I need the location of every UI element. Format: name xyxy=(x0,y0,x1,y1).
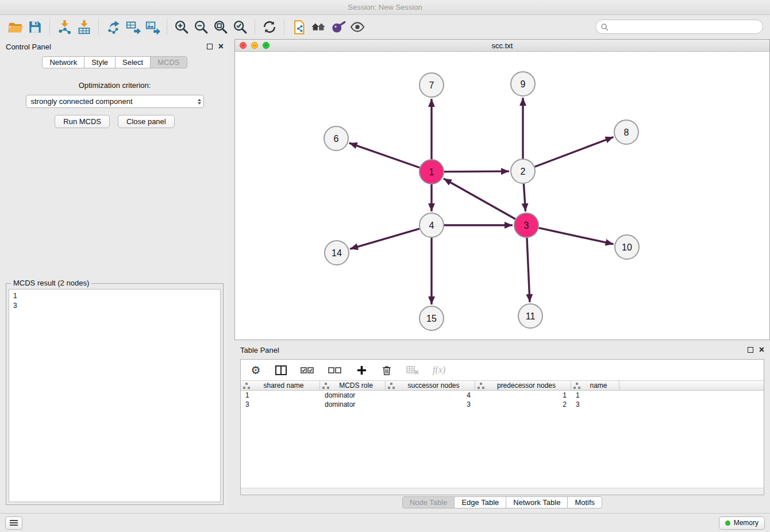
float-panel-icon[interactable] xyxy=(207,44,213,49)
gear-icon: ⚙ xyxy=(251,365,260,376)
table-body: 1dominator4113dominator323 xyxy=(241,391,764,409)
search-icon xyxy=(600,23,609,31)
cell-predecessor_nodes[interactable]: 1 xyxy=(475,391,571,400)
refresh-view-button[interactable] xyxy=(260,18,279,36)
cell-mcds_role[interactable]: dominator xyxy=(320,391,386,400)
unselect-all-button[interactable] xyxy=(328,363,342,377)
column-header-mcds_role[interactable]: MCDS role xyxy=(320,381,386,390)
column-header-predecessor_nodes[interactable]: predecessor nodes xyxy=(475,381,571,390)
close-panel-icon[interactable]: × xyxy=(218,44,224,49)
table-tab-edge-table[interactable]: Edge Table xyxy=(454,496,506,508)
column-type-icon xyxy=(243,383,250,389)
maximize-window-button[interactable]: + xyxy=(263,42,270,49)
optimization-criterion-label: Optimization criterion: xyxy=(0,81,229,90)
memory-label: Memory xyxy=(734,519,759,527)
table-settings-button[interactable]: ⚙ xyxy=(250,363,261,377)
table-row[interactable]: 1dominator411 xyxy=(241,391,764,400)
graph-edge-3-1[interactable] xyxy=(444,179,515,219)
export-network-button[interactable] xyxy=(103,18,123,36)
cell-name[interactable]: 1 xyxy=(571,391,619,400)
run-mcds-button[interactable]: Run MCDS xyxy=(55,115,110,128)
snapshot-button[interactable] xyxy=(289,18,309,36)
main-toolbar xyxy=(0,15,770,39)
table-panel-header: Table Panel × xyxy=(234,343,770,357)
graph-node-label: 3 xyxy=(524,221,529,230)
table-tab-node-table[interactable]: Node Table xyxy=(402,496,455,508)
graph-edge-2-8[interactable] xyxy=(535,137,614,167)
cell-mcds_role[interactable]: dominator xyxy=(320,400,386,409)
graph-edge-3-10[interactable] xyxy=(538,228,613,244)
search-box[interactable] xyxy=(595,20,763,34)
mcds-result-groupbox: MCDS result (2 nodes) 13 xyxy=(6,283,224,505)
delete-row-button[interactable] xyxy=(381,363,392,377)
criterion-dropdown[interactable]: strongly connected component xyxy=(26,95,204,108)
zoom-fit-button[interactable] xyxy=(211,18,230,36)
vertical-splitter[interactable] xyxy=(229,39,234,510)
save-session-button[interactable] xyxy=(25,18,45,36)
close-table-panel-icon[interactable]: × xyxy=(759,347,764,353)
tab-mcds[interactable]: MCDS xyxy=(150,56,187,68)
column-header-successor_nodes[interactable]: successor nodes xyxy=(386,381,475,390)
toolbar-separator xyxy=(167,19,167,35)
graph-edge-1-6[interactable] xyxy=(349,143,420,168)
table-tab-network-table[interactable]: Network Table xyxy=(506,496,568,508)
control-panel: Control Panel × NetworkStyleSelectMCDS O… xyxy=(0,39,229,510)
table-horizontal-scrollbar[interactable] xyxy=(241,488,764,495)
column-header-label: predecessor nodes xyxy=(484,381,568,390)
add-row-button[interactable] xyxy=(356,363,367,377)
column-header-name[interactable]: name xyxy=(571,381,619,390)
export-table-button[interactable] xyxy=(123,18,143,36)
zoom-in-button[interactable] xyxy=(172,18,191,36)
trash-icon xyxy=(381,364,392,376)
graph-edge-2-3[interactable] xyxy=(523,184,525,211)
minimize-window-button[interactable]: – xyxy=(251,42,258,49)
graph-edge-3-11[interactable] xyxy=(527,238,530,302)
table-row[interactable]: 3dominator323 xyxy=(241,400,764,409)
toolbar-separator xyxy=(255,19,255,35)
table-tab-motifs[interactable]: Motifs xyxy=(567,496,602,508)
open-session-button[interactable] xyxy=(6,18,25,36)
zoom-out-button[interactable] xyxy=(191,18,211,36)
column-header-shared_name[interactable]: shared name xyxy=(241,381,320,390)
column-header-label: MCDS role xyxy=(329,381,383,390)
tab-style[interactable]: Style xyxy=(84,56,116,68)
mcds-result-list[interactable]: 13 xyxy=(9,289,221,502)
delete-table-button[interactable] xyxy=(406,363,419,377)
network-canvas[interactable]: 1234678910111415 xyxy=(235,52,769,340)
import-table-button[interactable] xyxy=(74,18,94,36)
cell-shared_name[interactable]: 3 xyxy=(241,400,320,409)
zoom-out-icon xyxy=(193,19,209,35)
float-table-panel-icon[interactable] xyxy=(748,347,753,353)
graph-edge-1-2[interactable] xyxy=(444,171,509,172)
close-panel-button[interactable]: Close panel xyxy=(118,115,175,128)
eye-icon xyxy=(349,19,365,35)
select-all-button[interactable] xyxy=(301,363,314,377)
panel-menu-button[interactable] xyxy=(5,516,22,530)
zoom-selected-button[interactable] xyxy=(230,18,250,36)
function-builder-button[interactable]: f(x) xyxy=(433,363,445,377)
cell-successor_nodes[interactable]: 4 xyxy=(386,391,475,400)
export-image-button[interactable] xyxy=(143,18,162,36)
graph-edge-4-14[interactable] xyxy=(350,229,419,249)
toolbar-separator xyxy=(284,19,284,35)
home-button[interactable] xyxy=(309,18,328,36)
tab-select[interactable]: Select xyxy=(115,56,151,68)
cell-shared_name[interactable]: 1 xyxy=(241,391,320,400)
window-title: Session: New Session xyxy=(348,3,422,11)
show-hide-button[interactable] xyxy=(348,18,367,36)
tab-network[interactable]: Network xyxy=(42,56,84,68)
column-layout-button[interactable] xyxy=(275,363,287,377)
import-network-button[interactable] xyxy=(55,18,74,36)
close-window-button[interactable]: × xyxy=(240,42,247,49)
graph-node-label: 11 xyxy=(526,311,536,321)
search-input[interactable] xyxy=(611,22,758,31)
table-panel-tabs: Node TableEdge TableNetwork TableMotifs xyxy=(234,496,770,508)
style-button[interactable] xyxy=(328,18,348,36)
cell-successor_nodes[interactable]: 3 xyxy=(386,400,475,409)
zoom-fit-icon xyxy=(213,19,229,35)
cell-predecessor_nodes[interactable]: 2 xyxy=(475,400,571,409)
cell-name[interactable]: 3 xyxy=(571,400,619,409)
network-graph[interactable]: 1234678910111415 xyxy=(235,52,769,340)
memory-button[interactable]: Memory xyxy=(719,516,765,530)
result-line: 1 xyxy=(13,291,216,301)
